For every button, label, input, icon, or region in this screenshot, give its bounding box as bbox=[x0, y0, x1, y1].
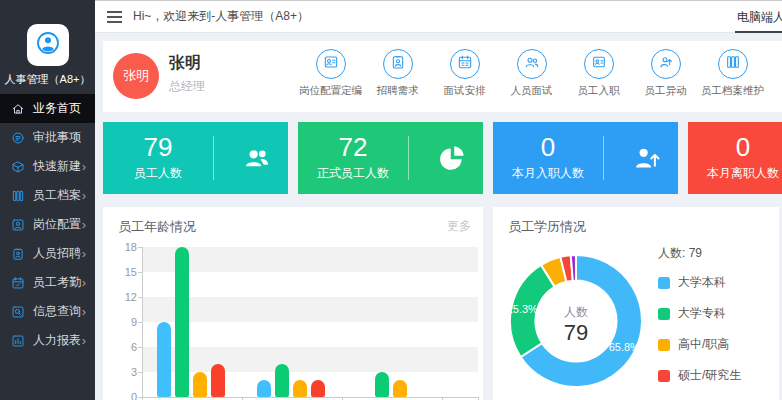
slice-percentage-label: 65.8% bbox=[609, 341, 640, 353]
donut-legend: 人数: 79 大学本科大学专科高中/职高硕士/研究生中专/中技 bbox=[658, 245, 741, 400]
chevron-right-icon: › bbox=[82, 218, 86, 231]
sidebar-item-8[interactable]: 信息查询› bbox=[0, 297, 95, 326]
y-axis-line bbox=[142, 247, 143, 398]
age-chart-panel: 员工年龄情况 更多 1815129630 bbox=[103, 207, 483, 400]
person-card-icon bbox=[323, 54, 339, 74]
quick-action-label: 招聘需求 bbox=[377, 84, 419, 98]
legend-label: 高中/职高 bbox=[678, 336, 729, 353]
quick-action[interactable]: 岗位配置定编 bbox=[297, 49, 364, 98]
quick-action-label: 面试安排 bbox=[444, 84, 486, 98]
sidebar-item-6[interactable]: 人员招聘› bbox=[0, 239, 95, 268]
quick-action[interactable]: 员工入职 bbox=[565, 49, 632, 98]
legend-swatch bbox=[658, 277, 670, 289]
sidebar-menu: 业务首页审批事项快速新建›员工档案›岗位配置›人员招聘›员工考勤›信息查询›人力… bbox=[0, 94, 95, 355]
sidebar-item-label: 信息查询 bbox=[33, 303, 81, 320]
archive-icon bbox=[11, 189, 25, 203]
user-name: 张明 bbox=[169, 53, 201, 74]
legend-swatch bbox=[658, 370, 670, 382]
card-divider bbox=[408, 136, 409, 180]
app-screen: 人事管理（A8+） 业务首页审批事项快速新建›员工档案›岗位配置›人员招聘›员工… bbox=[0, 0, 782, 400]
sidebar-item-7[interactable]: 员工考勤› bbox=[0, 268, 95, 297]
sidebar-item-label: 人员招聘 bbox=[33, 245, 81, 262]
stat-label: 本月离职人数 bbox=[688, 165, 782, 182]
quick-action[interactable]: 员工档案维护 bbox=[699, 49, 766, 98]
y-axis-tick-label: 9 bbox=[109, 316, 137, 328]
legend-item[interactable]: 大学专科 bbox=[658, 305, 741, 322]
user-role: 总经理 bbox=[169, 78, 205, 95]
people-fill-icon bbox=[225, 122, 288, 194]
search-square-icon bbox=[11, 305, 25, 319]
calendar-icon bbox=[457, 54, 473, 74]
stat-label: 正式员工人数 bbox=[298, 165, 408, 182]
id-card-icon bbox=[591, 54, 607, 74]
stat-value: 79 bbox=[103, 134, 213, 161]
legend-swatch bbox=[658, 308, 670, 320]
stat-cards-row: 79员工人数72正式员工人数0本月入职人数0本月离职人数 bbox=[103, 122, 782, 194]
y-axis-tick-label: 6 bbox=[109, 341, 137, 353]
sidebar-item-1[interactable]: 业务首页 bbox=[0, 94, 95, 123]
archive-icon bbox=[725, 54, 741, 74]
legend-header: 人数: 79 bbox=[658, 245, 741, 262]
legend-item[interactable]: 硕士/研究生 bbox=[658, 367, 741, 384]
age-bar-chart: 1815129630 bbox=[142, 247, 478, 397]
person-move-icon bbox=[658, 54, 674, 74]
y-axis-tick-label: 0 bbox=[109, 391, 137, 400]
quick-action[interactable]: 人员面试 bbox=[498, 49, 565, 98]
bar-red bbox=[311, 380, 325, 397]
bar-orange bbox=[393, 380, 407, 397]
stat-card[interactable]: 0本月离职人数 bbox=[688, 122, 782, 194]
hamburger-menu-icon[interactable] bbox=[107, 11, 122, 23]
pie-icon bbox=[420, 122, 483, 194]
y-axis-tick-label: 18 bbox=[109, 241, 137, 253]
stat-card[interactable]: 0本月入职人数 bbox=[493, 122, 678, 194]
people-icon bbox=[524, 54, 540, 74]
calendar-check-icon bbox=[11, 276, 25, 290]
quick-action-label: 员工异动 bbox=[645, 84, 687, 98]
sidebar-item-5[interactable]: 岗位配置› bbox=[0, 210, 95, 239]
x-axis-line bbox=[141, 397, 479, 398]
legend-item[interactable]: 大学本科 bbox=[658, 274, 741, 291]
sidebar-item-9[interactable]: 人力报表› bbox=[0, 326, 95, 355]
legend-label: 大学专科 bbox=[678, 305, 726, 322]
quick-action-label: 员工入职 bbox=[578, 84, 620, 98]
chevron-right-icon: › bbox=[82, 247, 86, 260]
bar-orange bbox=[293, 380, 307, 397]
bar-red bbox=[211, 364, 225, 397]
legend-swatch bbox=[658, 339, 670, 351]
sidebar-item-2[interactable]: 审批事项 bbox=[0, 123, 95, 152]
quick-action[interactable]: 员工异动 bbox=[632, 49, 699, 98]
chevron-right-icon: › bbox=[82, 276, 86, 289]
donut-slice bbox=[571, 255, 576, 281]
stat-card[interactable]: 72正式员工人数 bbox=[298, 122, 483, 194]
chevron-right-icon: › bbox=[82, 160, 86, 173]
legend-item[interactable]: 高中/职高 bbox=[658, 336, 741, 353]
recruit-badge-icon bbox=[390, 54, 406, 74]
sidebar-item-3[interactable]: 快速新建› bbox=[0, 152, 95, 181]
sidebar-item-label: 员工考勤 bbox=[33, 274, 81, 291]
app-logo[interactable] bbox=[27, 24, 69, 66]
recruit-badge-icon bbox=[11, 247, 25, 261]
y-axis-tick-label: 15 bbox=[109, 266, 137, 278]
stat-card[interactable]: 79员工人数 bbox=[103, 122, 288, 194]
stat-label: 员工人数 bbox=[103, 165, 213, 182]
chevron-right-icon: › bbox=[82, 189, 86, 202]
quick-action[interactable]: 面试安排 bbox=[431, 49, 498, 98]
topbar-tab-pc-hr[interactable]: 电脑端人事管理 bbox=[735, 1, 782, 33]
chevron-right-icon: › bbox=[82, 334, 86, 347]
quick-action[interactable]: 招聘需求 bbox=[364, 49, 431, 98]
card-divider bbox=[213, 136, 214, 180]
quick-action-label: 员工档案维护 bbox=[701, 84, 764, 98]
sidebar: 人事管理（A8+） 业务首页审批事项快速新建›员工档案›岗位配置›人员招聘›员工… bbox=[0, 0, 95, 400]
sidebar-item-4[interactable]: 员工档案› bbox=[0, 181, 95, 210]
more-link[interactable]: 更多 bbox=[447, 218, 471, 235]
legend-label: 硕士/研究生 bbox=[678, 367, 741, 384]
quick-actions-row: 岗位配置定编招聘需求面试安排人员面试员工入职员工异动员工档案维护 bbox=[297, 49, 766, 98]
avatar[interactable]: 张明 bbox=[113, 53, 159, 99]
donut-center-total: 79 bbox=[564, 320, 588, 345]
person-square-icon bbox=[11, 218, 25, 232]
quick-action-label: 人员面试 bbox=[511, 84, 553, 98]
y-axis-tick-label: 3 bbox=[109, 366, 137, 378]
person-up-icon bbox=[615, 122, 678, 194]
sidebar-item-label: 业务首页 bbox=[33, 100, 81, 117]
create-icon bbox=[11, 160, 25, 174]
